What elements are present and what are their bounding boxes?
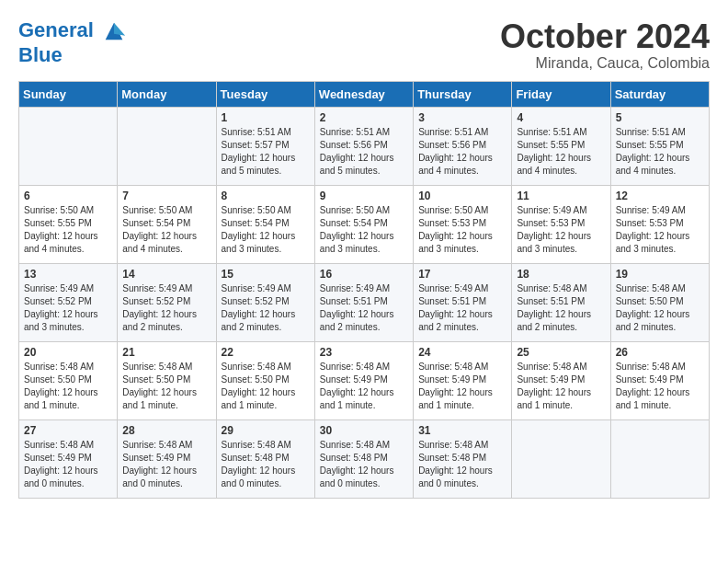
day-info: Sunrise: 5:48 AMSunset: 5:48 PMDaylight:… xyxy=(418,440,493,488)
day-number: 3 xyxy=(418,111,506,124)
day-info: Sunrise: 5:50 AMSunset: 5:54 PMDaylight:… xyxy=(122,205,197,254)
day-info: Sunrise: 5:50 AMSunset: 5:54 PMDaylight:… xyxy=(222,205,296,254)
day-header-friday: Friday xyxy=(512,81,610,107)
day-number: 5 xyxy=(616,111,704,124)
calendar-table: SundayMondayTuesdayWednesdayThursdayFrid… xyxy=(18,81,710,499)
day-cell: 19 Sunrise: 5:48 AMSunset: 5:50 PMDaylig… xyxy=(610,263,709,341)
day-cell xyxy=(512,419,610,498)
day-info: Sunrise: 5:51 AMSunset: 5:55 PMDaylight:… xyxy=(616,127,690,176)
day-number: 2 xyxy=(320,111,408,124)
day-number: 6 xyxy=(24,190,112,202)
day-header-saturday: Saturday xyxy=(610,81,709,107)
day-cell: 7 Sunrise: 5:50 AMSunset: 5:54 PMDayligh… xyxy=(118,185,216,263)
day-number: 24 xyxy=(418,346,506,359)
day-cell: 15 Sunrise: 5:49 AMSunset: 5:52 PMDaylig… xyxy=(216,263,314,341)
day-number: 25 xyxy=(517,346,605,359)
day-header-thursday: Thursday xyxy=(414,81,512,107)
logo: General Blue xyxy=(18,18,127,66)
day-cell: 3 Sunrise: 5:51 AMSunset: 5:56 PMDayligh… xyxy=(414,107,512,185)
day-info: Sunrise: 5:50 AMSunset: 5:55 PMDaylight:… xyxy=(24,205,98,254)
day-info: Sunrise: 5:48 AMSunset: 5:48 PMDaylight:… xyxy=(222,440,296,488)
day-info: Sunrise: 5:48 AMSunset: 5:49 PMDaylight:… xyxy=(517,362,591,410)
day-header-tuesday: Tuesday xyxy=(216,81,314,107)
day-number: 14 xyxy=(122,268,210,281)
day-cell: 13 Sunrise: 5:49 AMSunset: 5:52 PMDaylig… xyxy=(19,263,118,341)
day-cell: 31 Sunrise: 5:48 AMSunset: 5:48 PMDaylig… xyxy=(414,419,512,498)
day-cell: 30 Sunrise: 5:48 AMSunset: 5:48 PMDaylig… xyxy=(314,419,413,498)
day-header-wednesday: Wednesday xyxy=(314,81,413,107)
week-row-3: 13 Sunrise: 5:49 AMSunset: 5:52 PMDaylig… xyxy=(19,263,710,341)
day-cell: 29 Sunrise: 5:48 AMSunset: 5:48 PMDaylig… xyxy=(216,419,314,498)
day-cell: 28 Sunrise: 5:48 AMSunset: 5:49 PMDaylig… xyxy=(118,419,216,498)
day-info: Sunrise: 5:49 AMSunset: 5:51 PMDaylight:… xyxy=(418,283,493,332)
day-info: Sunrise: 5:50 AMSunset: 5:53 PMDaylight:… xyxy=(418,205,493,254)
svg-marker-1 xyxy=(114,23,125,36)
day-info: Sunrise: 5:48 AMSunset: 5:49 PMDaylight:… xyxy=(24,440,98,488)
title-area: October 2024 Miranda, Cauca, Colombia xyxy=(500,18,710,72)
day-number: 4 xyxy=(517,111,605,124)
day-number: 13 xyxy=(24,268,112,281)
day-number: 26 xyxy=(616,346,704,359)
day-number: 7 xyxy=(122,190,210,202)
logo-text: General xyxy=(18,18,127,44)
day-cell: 26 Sunrise: 5:48 AMSunset: 5:49 PMDaylig… xyxy=(610,341,709,419)
day-info: Sunrise: 5:51 AMSunset: 5:56 PMDaylight:… xyxy=(418,127,493,176)
day-header-monday: Monday xyxy=(118,81,216,107)
day-info: Sunrise: 5:48 AMSunset: 5:49 PMDaylight:… xyxy=(122,440,197,488)
day-info: Sunrise: 5:48 AMSunset: 5:49 PMDaylight:… xyxy=(616,362,690,410)
day-cell: 21 Sunrise: 5:48 AMSunset: 5:50 PMDaylig… xyxy=(118,341,216,419)
day-cell xyxy=(118,107,216,185)
day-number: 8 xyxy=(222,190,310,202)
day-number: 29 xyxy=(222,424,310,437)
day-info: Sunrise: 5:51 AMSunset: 5:55 PMDaylight:… xyxy=(517,127,591,176)
logo-icon xyxy=(101,18,127,44)
day-number: 12 xyxy=(616,190,704,202)
day-cell: 14 Sunrise: 5:49 AMSunset: 5:52 PMDaylig… xyxy=(118,263,216,341)
header: General Blue October 2024 Miranda, Cauca… xyxy=(18,18,710,72)
day-info: Sunrise: 5:48 AMSunset: 5:50 PMDaylight:… xyxy=(222,362,296,410)
day-cell: 23 Sunrise: 5:48 AMSunset: 5:49 PMDaylig… xyxy=(314,341,413,419)
day-info: Sunrise: 5:51 AMSunset: 5:57 PMDaylight:… xyxy=(222,127,296,176)
day-cell: 9 Sunrise: 5:50 AMSunset: 5:54 PMDayligh… xyxy=(314,185,413,263)
day-cell: 24 Sunrise: 5:48 AMSunset: 5:49 PMDaylig… xyxy=(414,341,512,419)
day-number: 22 xyxy=(222,346,310,359)
day-info: Sunrise: 5:50 AMSunset: 5:54 PMDaylight:… xyxy=(320,205,394,254)
day-cell: 1 Sunrise: 5:51 AMSunset: 5:57 PMDayligh… xyxy=(216,107,314,185)
week-row-1: 1 Sunrise: 5:51 AMSunset: 5:57 PMDayligh… xyxy=(19,107,710,185)
day-number: 1 xyxy=(222,111,310,124)
day-info: Sunrise: 5:49 AMSunset: 5:52 PMDaylight:… xyxy=(24,283,98,332)
day-cell: 11 Sunrise: 5:49 AMSunset: 5:53 PMDaylig… xyxy=(512,185,610,263)
day-cell: 12 Sunrise: 5:49 AMSunset: 5:53 PMDaylig… xyxy=(610,185,709,263)
day-info: Sunrise: 5:48 AMSunset: 5:49 PMDaylight:… xyxy=(418,362,493,410)
day-info: Sunrise: 5:49 AMSunset: 5:53 PMDaylight:… xyxy=(517,205,591,254)
week-row-4: 20 Sunrise: 5:48 AMSunset: 5:50 PMDaylig… xyxy=(19,341,710,419)
day-info: Sunrise: 5:49 AMSunset: 5:52 PMDaylight:… xyxy=(222,283,296,332)
day-cell: 27 Sunrise: 5:48 AMSunset: 5:49 PMDaylig… xyxy=(19,419,118,498)
day-info: Sunrise: 5:48 AMSunset: 5:50 PMDaylight:… xyxy=(24,362,98,410)
day-number: 30 xyxy=(320,424,408,437)
day-cell: 18 Sunrise: 5:48 AMSunset: 5:51 PMDaylig… xyxy=(512,263,610,341)
day-cell: 20 Sunrise: 5:48 AMSunset: 5:50 PMDaylig… xyxy=(19,341,118,419)
day-info: Sunrise: 5:49 AMSunset: 5:53 PMDaylight:… xyxy=(616,205,690,254)
day-cell xyxy=(610,419,709,498)
day-info: Sunrise: 5:48 AMSunset: 5:50 PMDaylight:… xyxy=(122,362,197,410)
day-number: 20 xyxy=(24,346,112,359)
day-cell xyxy=(19,107,118,185)
day-number: 16 xyxy=(320,268,408,281)
day-info: Sunrise: 5:48 AMSunset: 5:48 PMDaylight:… xyxy=(320,440,394,488)
day-cell: 10 Sunrise: 5:50 AMSunset: 5:53 PMDaylig… xyxy=(414,185,512,263)
day-info: Sunrise: 5:48 AMSunset: 5:49 PMDaylight:… xyxy=(320,362,394,410)
day-info: Sunrise: 5:48 AMSunset: 5:50 PMDaylight:… xyxy=(616,283,690,332)
day-cell: 22 Sunrise: 5:48 AMSunset: 5:50 PMDaylig… xyxy=(216,341,314,419)
month-title: October 2024 xyxy=(500,18,710,55)
day-header-sunday: Sunday xyxy=(19,81,118,107)
day-number: 31 xyxy=(418,424,506,437)
day-number: 17 xyxy=(418,268,506,281)
day-cell: 8 Sunrise: 5:50 AMSunset: 5:54 PMDayligh… xyxy=(216,185,314,263)
day-number: 19 xyxy=(616,268,704,281)
day-info: Sunrise: 5:49 AMSunset: 5:51 PMDaylight:… xyxy=(320,283,394,332)
day-cell: 4 Sunrise: 5:51 AMSunset: 5:55 PMDayligh… xyxy=(512,107,610,185)
logo-blue: Blue xyxy=(18,44,127,66)
day-number: 15 xyxy=(222,268,310,281)
day-cell: 25 Sunrise: 5:48 AMSunset: 5:49 PMDaylig… xyxy=(512,341,610,419)
